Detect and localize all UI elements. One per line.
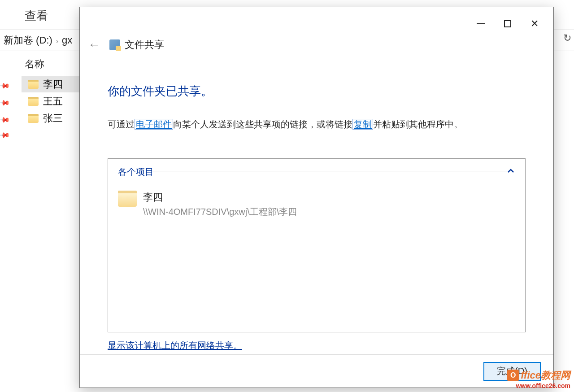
dialog-header: ← 文件共享 [80, 30, 553, 52]
ribbon-tab-view[interactable]: 查看 [25, 8, 48, 24]
watermark-brand: ffice教程网 [521, 369, 570, 382]
refresh-icon[interactable]: ↻ [563, 32, 571, 44]
path-segment-drive[interactable]: 新加卷 (D:) [4, 34, 52, 47]
watermark-logo-icon: O [507, 370, 519, 381]
file-sharing-dialog: ✕ ← 文件共享 你的文件夹已共享。 可通过电子邮件向某个人发送到这些共享项的链… [79, 7, 554, 388]
copy-link[interactable]: 复制 [352, 119, 373, 130]
shared-items-box: 各个项目 李四 \\WIN-4OMFI77SDIV\gxwj\工程部\李四 [108, 158, 526, 332]
divider [152, 171, 507, 171]
column-header-name[interactable]: 名称 [25, 57, 44, 71]
dialog-title: 文件共享 [125, 38, 164, 52]
folder-icon [118, 191, 137, 207]
watermark: O ffice教程网 www.office26.com [507, 369, 570, 389]
description-text: 可通过电子邮件向某个人发送到这些共享项的链接，或将链接复制并粘贴到其他程序中。 [108, 117, 553, 131]
pin-icon: 📌 [0, 80, 11, 92]
dialog-footer: 完成(D) [80, 354, 553, 388]
folder-name: 李四 [43, 78, 63, 91]
shared-item-row[interactable]: 李四 \\WIN-4OMFI77SDIV\gxwj\工程部\李四 [118, 191, 515, 218]
watermark-url: www.office26.com [507, 382, 570, 389]
close-button[interactable]: ✕ [521, 17, 548, 30]
chevron-up-icon[interactable] [507, 167, 514, 174]
shared-item-path: \\WIN-4OMFI77SDIV\gxwj\工程部\李四 [143, 206, 297, 218]
folder-name: 张三 [43, 112, 63, 125]
main-heading: 你的文件夹已共享。 [108, 83, 553, 99]
maximize-button[interactable] [494, 17, 521, 30]
path-segment-folder[interactable]: gx [62, 35, 72, 46]
folder-icon [28, 80, 39, 89]
file-share-icon [109, 39, 120, 50]
shared-item-name: 李四 [143, 191, 297, 204]
back-arrow-icon[interactable]: ← [88, 38, 100, 52]
folder-name: 王五 [43, 95, 63, 108]
title-bar: ✕ [80, 7, 553, 30]
show-all-shares-link[interactable]: 显示该计算机上的所有网络共享。 [108, 340, 553, 352]
minimize-button[interactable] [467, 17, 494, 30]
folder-icon [28, 114, 39, 123]
folder-icon [28, 97, 39, 106]
pin-icon: 📌 [0, 129, 11, 142]
items-header: 各个项目 [118, 166, 515, 178]
email-link[interactable]: 电子邮件 [135, 119, 173, 130]
path-separator-icon: › [56, 37, 58, 45]
